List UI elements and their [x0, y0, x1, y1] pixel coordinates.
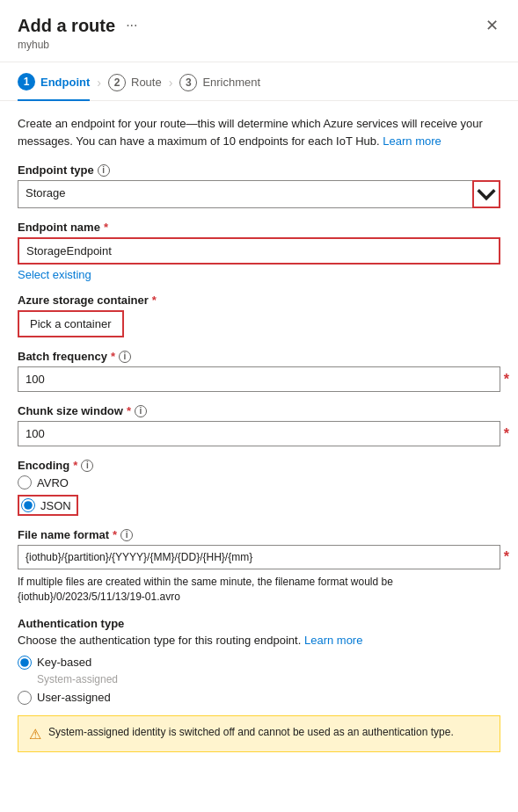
batch-frequency-input[interactable]: [18, 366, 500, 392]
auth-type-description: Choose the authentication type for this …: [18, 634, 500, 647]
user-assigned-option: User-assigned: [18, 691, 500, 705]
encoding-avro-option: AVRO: [18, 475, 500, 489]
endpoint-type-group: Endpoint type i Storage: [18, 163, 500, 208]
encoding-label: Encoding * i: [18, 459, 500, 472]
warning-banner: ⚠ System-assigned identity is switched o…: [18, 715, 500, 752]
batch-freq-req-star: *: [504, 372, 509, 388]
step-1-label: Endpoint: [40, 76, 90, 89]
chunk-size-required: *: [127, 404, 131, 417]
endpoint-name-group: Endpoint name * Select existing: [18, 221, 500, 281]
chunk-size-info-icon[interactable]: i: [135, 405, 147, 417]
step-route[interactable]: 2 Route: [108, 74, 162, 100]
encoding-info-icon[interactable]: i: [81, 460, 93, 472]
steps-nav: 1 Endpoint › 2 Route › 3 Enrichment: [0, 62, 518, 101]
file-name-info-icon[interactable]: i: [120, 529, 133, 541]
step-sep-2: ›: [169, 76, 173, 90]
step-2-label: Route: [131, 76, 162, 89]
batch-frequency-info-icon[interactable]: i: [119, 351, 131, 363]
learn-more-link[interactable]: Learn more: [383, 134, 441, 148]
chunk-size-input-wrapper: *: [18, 421, 500, 446]
encoding-json-label[interactable]: JSON: [40, 499, 71, 512]
endpoint-type-info-icon[interactable]: i: [98, 164, 110, 177]
key-based-radio[interactable]: [18, 656, 32, 670]
add-route-panel: Add a route ··· ✕ myhub 1 Endpoint › 2 R…: [0, 0, 518, 812]
step-sep-1: ›: [97, 76, 101, 90]
batch-frequency-label: Batch frequency * i: [18, 350, 500, 363]
auth-learn-more-link[interactable]: Learn more: [304, 634, 362, 647]
panel-subtitle: myhub: [18, 39, 500, 51]
file-name-required: *: [113, 528, 117, 541]
ellipsis-button[interactable]: ···: [122, 16, 141, 35]
step-2-circle: 2: [108, 74, 126, 91]
azure-storage-required: *: [152, 294, 157, 307]
encoding-required: *: [73, 459, 77, 472]
panel-header: Add a route ··· ✕ myhub: [0, 0, 518, 62]
file-name-format-input[interactable]: [18, 545, 500, 569]
chunk-size-req-star: *: [504, 426, 509, 442]
chunk-size-input[interactable]: [18, 421, 500, 446]
step-endpoint[interactable]: 1 Endpoint: [18, 73, 90, 101]
file-name-format-label: File name format * i: [18, 528, 500, 541]
azure-storage-label: Azure storage container *: [18, 294, 500, 307]
authentication-type-group: Authentication type Choose the authentic…: [18, 617, 500, 752]
endpoint-type-value: Storage: [18, 180, 472, 208]
encoding-avro-radio[interactable]: [18, 475, 32, 489]
user-assigned-label[interactable]: User-assigned: [37, 691, 111, 704]
endpoint-name-label: Endpoint name *: [18, 221, 500, 234]
batch-frequency-group: Batch frequency * i *: [18, 350, 500, 392]
warning-icon: ⚠: [29, 726, 41, 743]
pick-container-button[interactable]: Pick a container: [18, 310, 124, 337]
batch-frequency-input-wrapper: *: [18, 366, 500, 392]
endpoint-type-label: Endpoint type i: [18, 163, 500, 177]
system-assigned-label: System-assigned: [18, 673, 500, 685]
file-name-input-wrapper: *: [18, 545, 500, 569]
chevron-down-icon: [474, 182, 499, 207]
info-description: Create an endpoint for your route—this w…: [18, 115, 500, 149]
chunk-size-group: Chunk size window * i *: [18, 404, 500, 446]
user-assigned-radio[interactable]: [18, 691, 32, 705]
step-3-circle: 3: [179, 74, 197, 91]
step-enrichment[interactable]: 3 Enrichment: [179, 74, 260, 100]
warning-text: System-assigned identity is switched off…: [48, 725, 454, 740]
step-1-circle: 1: [18, 73, 35, 91]
filename-hint: If multiple files are created within the…: [18, 575, 500, 605]
encoding-avro-label[interactable]: AVRO: [37, 476, 69, 489]
close-button[interactable]: ✕: [484, 14, 500, 37]
auth-type-heading: Authentication type: [18, 617, 500, 630]
chunk-size-label: Chunk size window * i: [18, 404, 500, 417]
batch-frequency-required: *: [111, 350, 115, 363]
endpoint-name-input[interactable]: [18, 237, 500, 265]
endpoint-name-input-wrapper: [18, 237, 500, 265]
panel-title: Add a route: [18, 16, 115, 36]
panel-content: Create an endpoint for your route—this w…: [0, 101, 518, 779]
file-name-format-group: File name format * i * If multiple files…: [18, 528, 500, 605]
encoding-group: Encoding * i AVRO JSON: [18, 459, 500, 516]
step-3-label: Enrichment: [202, 76, 260, 89]
endpoint-type-select-wrapper: Storage: [18, 180, 500, 208]
key-based-label[interactable]: Key-based: [37, 656, 91, 669]
encoding-json-wrapper: JSON: [18, 495, 78, 516]
key-based-option: Key-based: [18, 656, 500, 670]
encoding-json-radio[interactable]: [21, 498, 35, 512]
endpoint-type-dropdown-button[interactable]: [472, 180, 500, 208]
select-existing-link[interactable]: Select existing: [18, 268, 91, 281]
endpoint-name-required: *: [104, 221, 108, 234]
azure-storage-container-group: Azure storage container * Pick a contain…: [18, 294, 500, 337]
file-name-req-star: *: [504, 549, 509, 565]
